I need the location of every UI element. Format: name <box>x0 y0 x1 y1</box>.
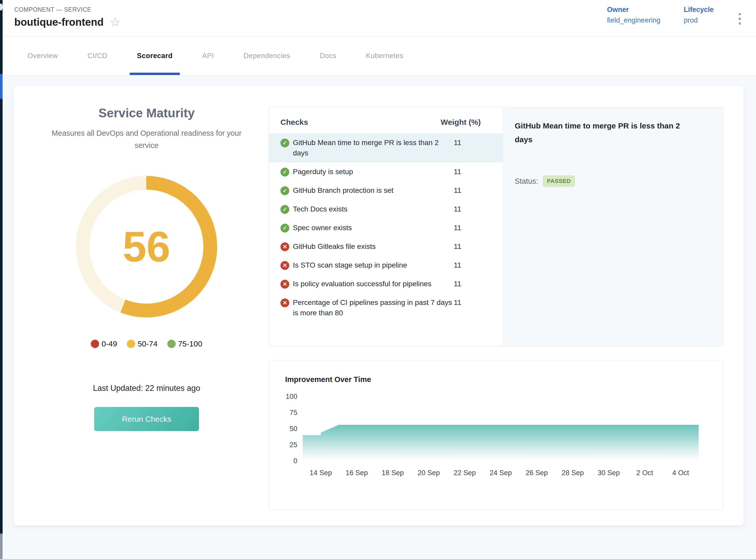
check-weight: 11 <box>454 204 461 214</box>
entity-header: COMPONENT — SERVICE boutique-frontend ☆ … <box>3 0 756 37</box>
svg-text:16 Sep: 16 Sep <box>346 469 368 477</box>
svg-text:75: 75 <box>290 409 297 417</box>
checks-list-header: Checks Weight (%) <box>269 118 503 127</box>
check-row[interactable]: ✓Tech Docs exists11 <box>269 200 503 219</box>
lifecycle-block: Lifecycle prod <box>684 6 714 24</box>
legend-label: 75-100 <box>178 339 202 348</box>
check-passed-icon: ✓ <box>280 186 289 195</box>
page-title: boutique-frontend <box>14 16 104 28</box>
check-weight: 11 <box>454 166 461 177</box>
check-label: Spec owner exists <box>293 223 454 233</box>
check-row[interactable]: ✕GitHub Gitleaks file exists11 <box>269 237 503 256</box>
improvement-chart-panel: Improvement Over Time 1007550250 14 Sep1… <box>269 361 723 510</box>
svg-text:0: 0 <box>293 457 297 465</box>
owner-value-link[interactable]: field_engineering <box>607 16 661 24</box>
tab-scorecard[interactable]: Scorecard <box>130 37 180 75</box>
tab-docs[interactable]: Docs <box>312 37 343 75</box>
check-detail-title: GitHub Mean time to merge PR is less tha… <box>515 119 696 147</box>
score-value: 56 <box>123 222 170 271</box>
scorecard-title: Service Maturity <box>23 106 270 120</box>
check-weight: 11 <box>454 279 461 289</box>
legend-dot-icon <box>91 340 99 348</box>
check-passed-icon: ✓ <box>280 205 289 214</box>
more-options-menu-icon[interactable] <box>737 9 742 28</box>
checks-column-header: Checks <box>280 118 308 127</box>
check-row[interactable]: ✕Is STO scan stage setup in pipeline11 <box>269 256 503 274</box>
checks-panel: Checks Weight (%) ✓GitHub Mean time to m… <box>269 107 723 346</box>
svg-text:24 Sep: 24 Sep <box>489 469 512 477</box>
weight-column-header: Weight (%) <box>441 118 481 127</box>
check-passed-icon: ✓ <box>280 224 289 232</box>
scorecard-description: Measures all DevOps and Operational read… <box>45 127 248 152</box>
svg-text:18 Sep: 18 Sep <box>382 469 404 477</box>
tab-overview[interactable]: Overview <box>20 37 65 75</box>
check-label: GitHub Branch protection is set <box>293 185 454 196</box>
service-maturity-summary: Service Maturity Measures all DevOps and… <box>23 86 270 526</box>
tab-kubernetes[interactable]: Kubernetes <box>359 37 410 75</box>
check-weight: 11 <box>454 185 461 196</box>
tab-api[interactable]: API <box>195 37 221 75</box>
check-detail-panel: GitHub Mean time to merge PR is less tha… <box>503 108 723 346</box>
sidebar-active-item-indicator[interactable] <box>0 74 3 99</box>
check-weight: 11 <box>454 260 461 270</box>
score-donut-chart: 56 <box>76 176 217 317</box>
last-updated-text: Last Updated: 22 minutes ago <box>23 384 270 393</box>
legend-label: 0-49 <box>101 339 117 348</box>
status-badge: PASSED <box>543 175 575 187</box>
check-failed-icon: ✕ <box>280 298 289 307</box>
check-label: Pagerduty is setup <box>293 166 454 177</box>
check-row[interactable]: ✓Spec owner exists11 <box>269 219 503 237</box>
svg-text:30 Sep: 30 Sep <box>597 469 620 477</box>
legend-item: 0-49 <box>91 339 117 348</box>
sidebar-footer-fragment <box>0 534 3 559</box>
check-weight: 11 <box>454 297 461 308</box>
check-weight: 11 <box>454 241 461 252</box>
legend-item: 75-100 <box>167 339 202 348</box>
entity-tabbar: OverviewCI/CDScorecardAPIDependenciesDoc… <box>3 37 756 75</box>
check-row[interactable]: ✓GitHub Branch protection is set11 <box>269 181 503 200</box>
check-row[interactable]: ✓GitHub Mean time to merge PR is less th… <box>269 133 503 162</box>
rerun-checks-button[interactable]: Rerun Checks <box>94 407 199 431</box>
check-weight: 11 <box>454 137 461 148</box>
svg-text:4 Oct: 4 Oct <box>672 469 689 477</box>
check-row[interactable]: ✓Pagerduty is setup11 <box>269 162 503 181</box>
svg-text:22 Sep: 22 Sep <box>454 469 476 477</box>
check-row[interactable]: ✕Percentage of CI pipelines passing in p… <box>269 293 503 322</box>
svg-text:50: 50 <box>290 425 297 432</box>
check-label: Is policy evaluation successful for pipe… <box>293 279 454 289</box>
checks-list: Checks Weight (%) ✓GitHub Mean time to m… <box>269 108 503 346</box>
scorecard-card: Service Maturity Measures all DevOps and… <box>14 86 744 526</box>
check-failed-icon: ✕ <box>280 280 289 289</box>
tab-dependencies[interactable]: Dependencies <box>236 37 298 75</box>
improvement-area-chart: 1007550250 14 Sep16 Sep18 Sep20 Sep22 Se… <box>279 388 709 487</box>
check-label: Tech Docs exists <box>293 204 454 214</box>
owner-label: Owner <box>607 6 661 14</box>
check-row[interactable]: ✕Is policy evaluation successful for pip… <box>269 274 503 293</box>
svg-text:25: 25 <box>290 441 297 449</box>
svg-text:2 Oct: 2 Oct <box>636 469 653 477</box>
check-weight: 11 <box>454 223 461 233</box>
legend-dot-icon <box>127 340 135 348</box>
check-failed-icon: ✕ <box>280 242 289 251</box>
score-legend: 0-4950-7475-100 <box>23 339 270 348</box>
tab-ci-cd[interactable]: CI/CD <box>80 37 115 75</box>
checks-rows: ✓GitHub Mean time to merge PR is less th… <box>269 133 503 322</box>
sidebar-logo-fragment <box>0 4 3 10</box>
status-label: Status: <box>515 177 538 185</box>
check-label: Is STO scan stage setup in pipeline <box>293 260 454 270</box>
svg-text:100: 100 <box>285 393 297 400</box>
lifecycle-label: Lifecycle <box>684 6 714 14</box>
legend-dot-icon <box>167 340 176 348</box>
check-label: GitHub Mean time to merge PR is less tha… <box>293 137 454 158</box>
owner-block: Owner field_engineering <box>607 6 661 24</box>
collapsed-sidebar <box>0 0 3 559</box>
check-label: Percentage of CI pipelines passing in pa… <box>293 297 454 318</box>
scorecard-page: COMPONENT — SERVICE boutique-frontend ☆ … <box>0 0 756 559</box>
svg-text:14 Sep: 14 Sep <box>310 469 332 477</box>
favorite-star-icon[interactable]: ☆ <box>110 16 120 28</box>
check-passed-icon: ✓ <box>280 139 289 148</box>
check-failed-icon: ✕ <box>280 261 289 270</box>
check-passed-icon: ✓ <box>280 167 289 177</box>
svg-text:28 Sep: 28 Sep <box>562 469 584 477</box>
svg-text:20 Sep: 20 Sep <box>418 469 440 477</box>
